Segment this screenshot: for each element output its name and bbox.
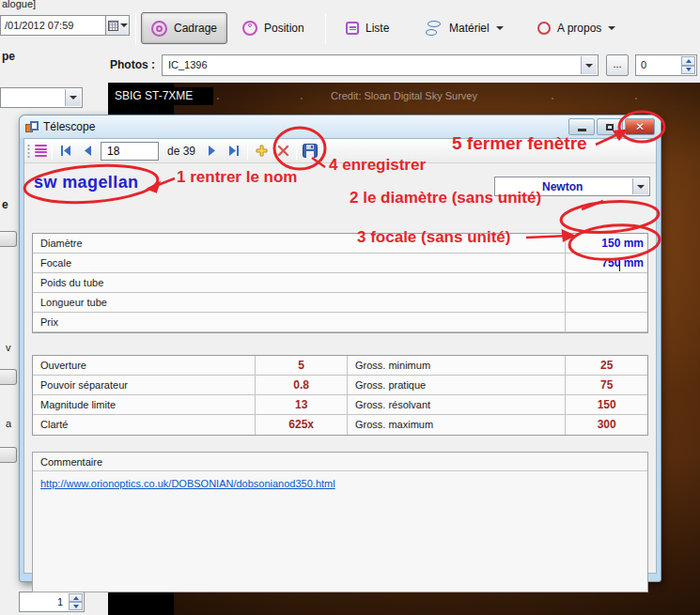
materiel-button[interactable]: Matériel [416, 12, 513, 44]
chevron-down-icon[interactable] [65, 89, 81, 106]
telescope-name-field[interactable]: sw magellan [34, 173, 138, 192]
practical-magnification-value: 75 [565, 376, 647, 394]
chevron-down-icon [496, 26, 504, 30]
sidebar-label-fragment: e [2, 198, 8, 211]
chevron-down-icon [120, 23, 128, 27]
previous-record-button[interactable] [79, 142, 96, 161]
resolving-power-value: 0.8 [255, 376, 347, 394]
comment-label: Commentaire [33, 453, 647, 471]
spin-down-icon[interactable] [681, 66, 695, 75]
table-row: Longueur tube [33, 293, 647, 313]
separator [52, 143, 53, 160]
sidebar-label-fragment: a [6, 418, 11, 429]
annotation-step3: 3 focale (sans unité) [357, 228, 510, 247]
table-row: Clarté 625x Gross. maximum 300 [33, 415, 647, 435]
record-count-label: de 39 [163, 145, 199, 158]
photo-credit: Credit: Sloan Digital Sky Survey [108, 90, 700, 101]
sidebar-button-fragment[interactable] [0, 369, 17, 385]
focal-field[interactable]: 750 mm [565, 254, 647, 272]
row-label: Gross. minimum [347, 356, 565, 375]
dialog-content: de 39 sw magellan Newton [23, 138, 657, 574]
sidebar-spinner[interactable]: 1 [19, 592, 85, 612]
framing-icon [151, 21, 167, 37]
table-row: Focale 750 mm [33, 254, 647, 273]
table-row: Prix [33, 313, 647, 332]
annotation-step2: 2 le diamètre (sans unité) [350, 189, 541, 208]
sidebar-combo[interactable] [0, 87, 83, 108]
cadrage-button[interactable]: Cadrage [141, 12, 227, 44]
apropos-label: A propos [557, 22, 601, 35]
equipment-icon [426, 21, 443, 37]
spin-up-icon[interactable] [69, 593, 83, 602]
records-list-icon[interactable] [35, 145, 47, 157]
save-button[interactable] [302, 142, 319, 161]
add-record-button[interactable] [253, 142, 270, 161]
row-label: Gross. maximum [347, 415, 565, 435]
telescope-type-value: Newton [542, 180, 583, 193]
row-label: Prix [33, 313, 565, 331]
toolbar-grip[interactable] [27, 144, 30, 159]
chevron-down-icon[interactable] [632, 178, 648, 194]
annotation-step4: 4 enregistrer [329, 156, 426, 175]
comment-link[interactable]: http://www.orionoptics.co.uk/DOBSONIAN/d… [40, 478, 335, 489]
tube-length-field[interactable] [565, 293, 647, 312]
computed-values-table: Ouverture 5 Gross. minimum 25 Pouvoir sé… [32, 355, 648, 436]
dimensions-table: Diamètre 150 mm Focale 750 mm Poids du t… [32, 233, 648, 333]
sidebar-button-fragment[interactable] [0, 447, 17, 463]
spin-up-icon[interactable] [681, 56, 695, 66]
diameter-field[interactable]: 150 mm [565, 234, 647, 253]
liste-label: Liste [366, 22, 389, 35]
table-row: Ouverture 5 Gross. minimum 25 [33, 356, 647, 376]
materiel-label: Matériel [449, 22, 490, 35]
form-icon [25, 121, 39, 133]
sidebar-spinner-value: 1 [57, 596, 63, 607]
separator [247, 143, 248, 160]
calendar-icon [108, 21, 118, 31]
min-magnification-value: 25 [565, 356, 647, 375]
dialog-title: Télescope [43, 120, 95, 133]
date-picker-button[interactable] [105, 15, 130, 36]
browse-photos-button[interactable]: ... [606, 54, 629, 76]
weight-field[interactable] [565, 273, 647, 292]
row-label: Pouvoir séparateur [33, 376, 255, 394]
limit-magnitude-value: 13 [255, 395, 347, 414]
record-number-input[interactable] [101, 142, 159, 161]
row-label: Ouverture [33, 356, 255, 375]
last-record-button[interactable] [226, 142, 242, 161]
photo-select[interactable]: IC_1396 [162, 54, 599, 76]
main-toolbar: /01/2012 07:59 Cadrage Position Liste Ma… [0, 11, 700, 47]
position-button[interactable]: Position [233, 12, 314, 44]
chevron-down-icon[interactable] [581, 56, 597, 74]
clarity-value: 625x [255, 415, 347, 435]
table-row: Pouvoir séparateur 0.8 Gross. pratique 7… [33, 376, 647, 395]
photo-select-value: IC_1396 [168, 59, 208, 70]
delete-record-button[interactable] [274, 142, 291, 161]
resolving-magnification-value: 150 [565, 395, 647, 414]
telescope-dialog: Télescope ✕ de 39 [19, 115, 661, 582]
about-icon [537, 22, 551, 35]
next-record-button[interactable] [204, 142, 221, 161]
table-row: Diamètre 150 mm [33, 234, 647, 254]
row-label: Focale [33, 254, 565, 272]
toolbar-separator [325, 13, 326, 44]
sidebar-button-fragment[interactable] [0, 231, 17, 247]
max-magnification-value: 300 [565, 415, 647, 435]
first-record-button[interactable] [57, 142, 74, 161]
photo-counter-spinner[interactable]: 0 [635, 54, 697, 76]
separator [296, 143, 297, 160]
photos-label: Photos : [110, 58, 155, 71]
list-icon [346, 22, 359, 35]
row-label: Longueur tube [33, 293, 565, 312]
price-field[interactable] [565, 313, 647, 331]
position-label: Position [264, 22, 304, 35]
row-label: Magnitude limite [33, 395, 255, 414]
row-label: Clarté [33, 415, 255, 435]
annotation-step1: 1 rentrer le nom [177, 168, 298, 187]
date-field[interactable]: /01/2012 07:59 [0, 15, 105, 36]
maximize-button[interactable] [597, 118, 623, 135]
liste-button[interactable]: Liste [336, 12, 398, 44]
close-button[interactable]: ✕ [625, 118, 655, 135]
window-title-fragment: alogue] [2, 0, 36, 9]
spin-down-icon[interactable] [69, 602, 83, 610]
apropos-button[interactable]: A propos [528, 12, 625, 44]
